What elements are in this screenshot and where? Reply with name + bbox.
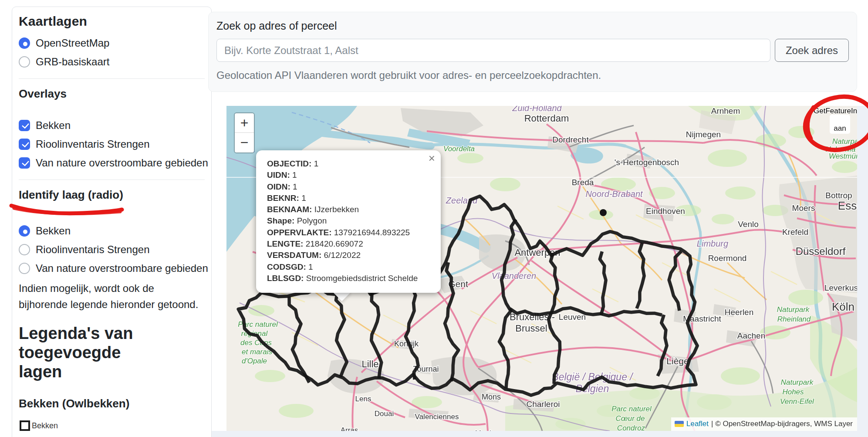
address-search-input[interactable] xyxy=(216,39,770,62)
checkbox-label: Bekken xyxy=(36,119,71,132)
map-label: Valenciennes xyxy=(415,413,459,421)
map-label: Maubeuge xyxy=(475,429,510,431)
radio-identify-bekken[interactable]: Bekken xyxy=(19,223,205,239)
bekken-legend-swatch-icon xyxy=(20,420,30,431)
map-label: d'Opale xyxy=(242,357,267,365)
leaflet-link[interactable]: Leaflet xyxy=(686,420,709,428)
map-attribution: Leaflet | © OpenStreetMap-bijdragers, WM… xyxy=(671,417,857,431)
map-label: Vlaanderen xyxy=(492,271,536,281)
ukraine-flag-icon xyxy=(675,421,684,427)
map-label: Westmünste xyxy=(829,152,857,160)
map-label: Naturpar xyxy=(832,137,857,146)
getfeatureinfo-label: GetFeatureInfo xyxy=(814,107,857,115)
zoom-out-button[interactable]: − xyxy=(235,133,254,152)
map-label: Moers xyxy=(792,203,815,213)
map-label: Leuven xyxy=(559,312,586,322)
map-label: Naturpark xyxy=(781,378,814,386)
map-label: Liège xyxy=(666,356,689,366)
popup-field: OBJECTID: 1 xyxy=(267,158,435,169)
wms-legend-graphic: Bekken xyxy=(19,419,63,432)
legend-bekken-heading: Bekken (Owlbekken) xyxy=(19,397,205,410)
radio-label: Van nature overstroombare gebieden xyxy=(36,262,208,274)
checkbox-van-nature-overstroombare-gebieden[interactable]: Van nature overstroombare gebieden xyxy=(19,155,205,171)
popup-field: Shape: Polygon xyxy=(267,215,435,227)
map-label: Brussel xyxy=(515,323,547,334)
map-label: Voordelta xyxy=(443,145,475,153)
radio-icon xyxy=(19,263,30,274)
sidebar-title: Kaartlagen xyxy=(19,14,205,29)
bekken-legend-label: Bekken xyxy=(32,421,58,430)
map-label: Limburg xyxy=(697,239,728,248)
divider xyxy=(19,78,205,79)
radio-icon xyxy=(19,37,30,49)
popup-field: BEKNR: 1 xyxy=(267,193,435,204)
search-help-text: Geolocation API Vlaanderen wordt gebruik… xyxy=(216,69,849,81)
map-label: Eindhoven xyxy=(646,207,685,216)
radio-identify-van-nature-overstroombare-gebieden[interactable]: Van nature overstroombare gebieden xyxy=(19,260,205,277)
radio-icon xyxy=(19,244,30,255)
map-label: Naturpark xyxy=(777,305,810,314)
identify-layer-title: Identify laag (radio) xyxy=(19,188,205,202)
popup-field: BEKNAAM: IJzerbekken xyxy=(267,204,435,215)
map-label: Zuid-Holland xyxy=(512,106,562,113)
map-label: Venn-Eifel xyxy=(780,397,814,406)
page-background-strip xyxy=(857,106,868,437)
checkbox-bekken[interactable]: Bekken xyxy=(19,117,205,134)
attribution-text: | © OpenStreetMap-bijdragers, WMS Layer xyxy=(711,420,853,428)
radio-identify-rioolinventaris-strengen[interactable]: Rioolinventaris Strengen xyxy=(19,241,205,258)
checkbox-rioolinventaris-strengen[interactable]: Rioolinventaris Strengen xyxy=(19,136,205,152)
map-label: Roermond xyxy=(708,254,747,263)
radio-label: OpenStreetMap xyxy=(36,37,109,49)
radio-label: Rioolinventaris Strengen xyxy=(36,244,149,256)
map-label: Nijmegen xyxy=(686,130,721,139)
checkbox-label: Rioolinventaris Strengen xyxy=(36,138,149,150)
map-label: Breda xyxy=(572,178,594,187)
map-label: Aachen xyxy=(737,331,765,340)
search-label: Zoek op adres of perceel xyxy=(216,20,849,32)
map-label: Douai xyxy=(375,410,394,418)
popup-field: VERSDATUM: 6/12/2022 xyxy=(267,250,435,261)
radio-label: Bekken xyxy=(36,225,71,237)
map-label: Rheinland xyxy=(777,315,811,323)
map-label: Venlo xyxy=(738,220,759,229)
popup-field: UIDN: 1 xyxy=(267,169,435,181)
map-label: Krefeld xyxy=(782,227,808,237)
radio-openstreetmap[interactable]: OpenStreetMap xyxy=(19,35,205,51)
popup-field: LBLSGD: Stroomgebiedsdistrict Schelde xyxy=(267,273,435,284)
popup-field: OPPERVLAKTE: 1379216944.893225 xyxy=(267,227,435,238)
radio-icon xyxy=(19,225,30,237)
legend-section-title: Legenda's van toegevoegde lagen xyxy=(19,324,162,381)
zoom-in-button[interactable]: + xyxy=(235,113,254,133)
getfeatureinfo-control[interactable]: GetFeatureInfo aan xyxy=(814,107,857,115)
search-address-button[interactable]: Zoek adres xyxy=(775,39,849,62)
overlays-title: Overlays xyxy=(19,87,205,101)
divider xyxy=(19,180,205,180)
map-label: 's-Hertogenbosch xyxy=(615,158,679,167)
page-background-strip xyxy=(212,431,868,437)
zoom-control: + − xyxy=(234,112,255,153)
checkbox-icon xyxy=(19,157,30,169)
map-label: Parc naturel xyxy=(611,405,652,413)
map-label: Köln xyxy=(832,300,854,313)
map-label: Arnhem xyxy=(711,106,740,115)
map-label: Noord-Brabant xyxy=(585,189,643,199)
popup-field: LENGTE: 218420.669072 xyxy=(267,238,435,250)
leaflet-map[interactable]: RotterdamDordrecht's-HertogenboschBredaE… xyxy=(226,106,857,431)
identify-note: Indien mogelijk, wordt ook de bijhorende… xyxy=(19,280,204,312)
bekken-enclave-dot xyxy=(600,209,607,216)
map-label: Charleroi xyxy=(526,400,560,409)
popup-close-button[interactable]: × xyxy=(429,152,435,164)
radio-icon xyxy=(19,56,30,68)
popup-field: OIDN: 1 xyxy=(267,181,435,193)
checkbox-icon xyxy=(19,139,30,150)
feature-info-popup: × OBJECTID: 1UIDN: 1OIDN: 1BEKNR: 1BEKNA… xyxy=(256,150,441,293)
popup-fields: OBJECTID: 1UIDN: 1OIDN: 1BEKNR: 1BEKNAAM… xyxy=(267,158,435,284)
map-label: Condroz xyxy=(617,424,645,431)
map-label: Arras xyxy=(341,426,358,431)
radio-grb-basiskaart[interactable]: GRB-basiskaart xyxy=(19,54,205,70)
map-label: Düsseldorf xyxy=(796,245,846,257)
map-label: Leverkusen xyxy=(824,283,857,292)
map-label: Rotterdam xyxy=(524,113,569,124)
map-label: Cœur de xyxy=(615,414,645,423)
radio-label: GRB-basiskaart xyxy=(36,56,109,68)
